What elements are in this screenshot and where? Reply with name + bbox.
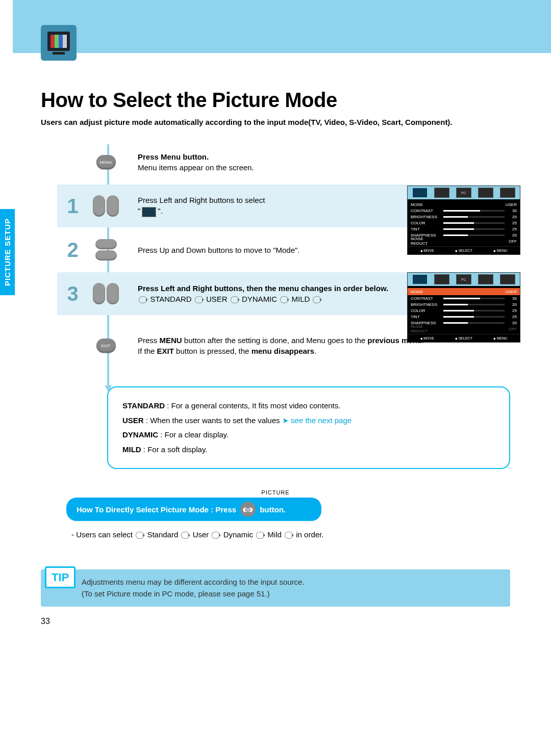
order-line: - Users can select Standard User Dynamic…	[71, 530, 510, 539]
picture-tab-icon	[142, 207, 156, 217]
step3-num: 3	[61, 282, 84, 305]
osd-preview-1: PC MODEUSER CONTRAST30 BRIGHTNESS20 COLO…	[407, 186, 520, 255]
step0-bold: Press Menu button.	[138, 152, 209, 161]
direct-select-pill: How To Directly Select Picture Mode : Pr…	[66, 498, 321, 521]
tip-line1: Adjustments menu may be different accord…	[82, 577, 500, 588]
svg-rect-2	[51, 35, 55, 48]
exit-button-icon: EXIT	[96, 338, 116, 353]
menu-button-icon: MENU	[96, 155, 116, 169]
osd-preview-2: PC MODEUSER CONTRAST30 BRIGHTNESS20 COLO…	[407, 272, 520, 343]
step1-line1: Press Left and Right buttons to select	[138, 196, 265, 204]
picture-button-label: PICTURE	[41, 489, 510, 496]
tip-label: TIP	[45, 566, 76, 588]
up-button-icon	[95, 239, 117, 249]
page-number: 33	[41, 617, 510, 626]
step1-num: 1	[61, 195, 84, 218]
tip-line2: (To set Picture mode in PC mode, please …	[82, 588, 500, 600]
step3-bold: Press Left and Right buttons, then the m…	[138, 284, 388, 293]
tip-box: TIP Adjustments menu may be different ac…	[41, 569, 510, 607]
header-band	[13, 0, 551, 53]
intro-text: Users can adjust picture mode automatica…	[41, 118, 510, 126]
svg-rect-3	[55, 35, 59, 48]
definitions-box: STANDARD : For a general contents, It fi…	[107, 386, 510, 469]
step-menu: MENU Press Menu button. Menu items appea…	[61, 142, 510, 183]
picture-remote-button-icon: ◐◑	[240, 502, 256, 517]
down-button-icon	[95, 250, 117, 260]
left-button-icon	[93, 283, 105, 304]
step3-sequence: STANDARD USER DYNAMIC MILD	[138, 295, 322, 303]
right-button-icon	[107, 283, 119, 304]
svg-rect-5	[63, 35, 67, 48]
page-title: How to Select the Picture Mode	[41, 89, 510, 112]
step2-num: 2	[61, 239, 84, 262]
right-button-icon	[107, 195, 119, 217]
step0-text: Menu items appear on the screen.	[138, 163, 254, 172]
left-button-icon	[93, 195, 105, 217]
svg-rect-4	[59, 35, 63, 48]
